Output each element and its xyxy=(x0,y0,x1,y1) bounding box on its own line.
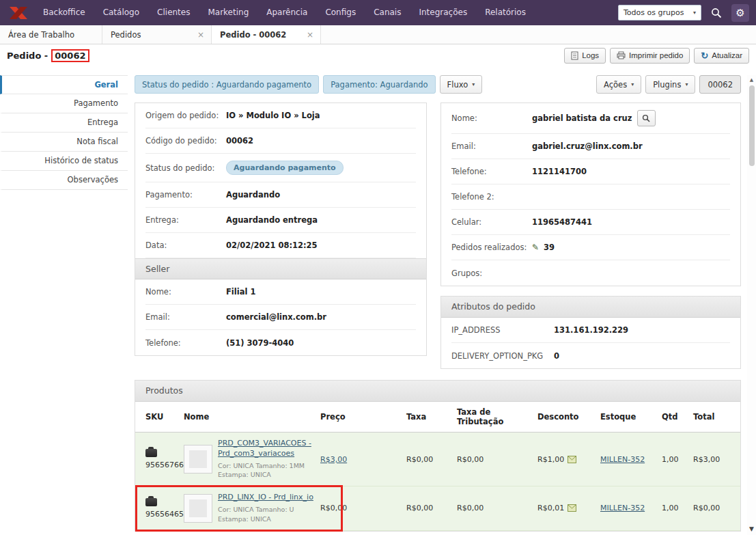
nav-item-canais[interactable]: Canais xyxy=(365,0,410,25)
col-header-taxa: Taxa xyxy=(406,412,457,422)
product-row: 95656766 PRD_COM3_VARIACOES - Prd_com3_v… xyxy=(135,433,740,486)
discount-tag-icon[interactable] xyxy=(568,456,576,463)
gear-icon[interactable]: ⚙ xyxy=(731,4,749,22)
tab-pedido-00062[interactable]: Pedido - 00062 × xyxy=(212,25,321,44)
product-name-link[interactable]: PRD_LINX_IO - Prd_linx_io xyxy=(218,493,315,503)
group-select[interactable]: Todos os grupos ▾ xyxy=(618,5,701,20)
customer-panel: Nome: gabriel batista da cruz Email: gab… xyxy=(440,102,741,286)
product-qty: 1,00 xyxy=(662,455,693,464)
field-ip-address: IP_ADDRESS 131.161.192.229 xyxy=(451,318,730,343)
nav-item-catalogo[interactable]: Catálogo xyxy=(94,0,148,25)
field-seller-email: Email: comercial@linx.com.br xyxy=(145,305,416,330)
nav-item-marketing[interactable]: Marketing xyxy=(199,0,257,25)
field-data: Data: 02/02/2021 08:12:25 xyxy=(145,233,416,258)
order-content: Status do pedido : Aguardando pagamento … xyxy=(128,66,756,535)
close-icon[interactable]: × xyxy=(197,30,204,40)
product-stock-link[interactable]: MILLEN-352 xyxy=(600,504,645,512)
order-status-button[interactable]: Status do pedido : Aguardando pagamento xyxy=(135,75,319,94)
scrollbar-thumb[interactable] xyxy=(749,85,755,166)
product-total: R$0,00 xyxy=(693,504,740,512)
field-pagamento: Pagamento: Aguardando xyxy=(145,182,416,208)
chevron-down-icon: ▾ xyxy=(631,82,634,87)
col-header-desconto: Desconto xyxy=(537,412,600,422)
fluxo-dropdown-button[interactable]: Fluxo ▾ xyxy=(440,75,483,94)
product-stock-link[interactable]: MILLEN-352 xyxy=(600,455,645,464)
field-cliente-nome: Nome: gabriel batista da cruz xyxy=(451,103,730,134)
sidebar-item-entrega[interactable]: Entrega xyxy=(0,113,128,133)
product-tax-trib: R$0,00 xyxy=(457,455,537,464)
search-icon[interactable] xyxy=(710,8,723,18)
tab-label: Área de Trabalho xyxy=(8,30,74,40)
product-tax-trib: R$0,00 xyxy=(457,504,537,512)
scroll-up-icon[interactable]: ▲ xyxy=(750,77,753,83)
nav-item-integracoes[interactable]: Integrações xyxy=(410,0,476,25)
order-info-panel: Origem do pedido: IO » Modulo IO » Loja … xyxy=(135,102,427,356)
payment-status-button[interactable]: Pagamento: Aguardando xyxy=(323,75,435,94)
product-thumbnail xyxy=(184,445,212,474)
page-title-prefix: Pedido - xyxy=(7,51,48,61)
product-price-link[interactable]: R$3,00 xyxy=(320,455,347,464)
printer-icon xyxy=(617,51,626,59)
nav-item-relatorios[interactable]: Relatórios xyxy=(476,0,535,25)
product-box-icon xyxy=(145,449,157,457)
scroll-down-icon[interactable]: ▼ xyxy=(749,525,754,532)
product-sku: 95656465 xyxy=(145,510,184,519)
pencil-icon[interactable]: ✎ xyxy=(532,243,539,251)
tab-bar: Área de Trabalho Pedidos × Pedido - 0006… xyxy=(0,25,756,44)
product-row: 95656465 PRD_LINX_IO - Prd_linx_io Cor: … xyxy=(135,486,740,530)
col-header-taxa-tributacao: Taxa de Tributação xyxy=(457,407,537,426)
product-total: R$3,00 xyxy=(693,455,740,464)
chevron-down-icon: ▾ xyxy=(472,82,475,87)
field-status-do-pedido: Status do pedido: Aguardando pagamento xyxy=(145,154,416,182)
field-seller-telefone: Telefone: (51) 3079-4040 xyxy=(145,330,416,355)
field-cliente-celular: Celular: 11965487441 xyxy=(451,210,730,235)
nav-item-clientes[interactable]: Clientes xyxy=(148,0,199,25)
tab-pedidos[interactable]: Pedidos × xyxy=(102,25,212,44)
vertical-scrollbar[interactable]: ▲ ▼ xyxy=(747,75,756,535)
group-select-value: Todos os grupos xyxy=(624,8,684,17)
chevron-down-icon: ▾ xyxy=(685,82,688,87)
sidebar-item-nota-fiscal[interactable]: Nota fiscal xyxy=(0,133,128,152)
product-variant: Cor: UNICA Tamanho: 1MM Estampa: UNICA xyxy=(218,461,315,480)
order-sidebar: Geral Pagamento Entrega Nota fiscal Hist… xyxy=(0,66,128,535)
field-codigo-do-pedido: Código do pedido: 00062 xyxy=(145,128,416,154)
customer-search-button[interactable] xyxy=(637,110,656,126)
order-number-button[interactable]: 00062 xyxy=(699,75,741,94)
plugins-dropdown-button[interactable]: Plugins ▾ xyxy=(645,75,695,94)
col-header-estoque: Estoque xyxy=(600,412,662,422)
sidebar-item-pagamento[interactable]: Pagamento xyxy=(0,94,128,113)
print-order-button[interactable]: Imprimir pedido xyxy=(610,48,690,64)
product-discount: R$0,01 xyxy=(537,504,564,512)
discount-tag-icon[interactable] xyxy=(568,504,576,512)
search-icon xyxy=(642,114,650,122)
product-thumbnail xyxy=(184,494,212,523)
field-grupos: Grupos: xyxy=(451,260,730,286)
top-navbar: Backoffice Catálogo Clientes Marketing A… xyxy=(0,0,756,25)
product-tax: R$0,00 xyxy=(406,504,457,512)
field-origem-do-pedido: Origem do pedido: IO » Modulo IO » Loja xyxy=(145,103,416,128)
sidebar-item-historico-de-status[interactable]: Histórico de status xyxy=(0,152,128,171)
document-icon xyxy=(571,51,578,60)
field-entrega: Entrega: Aguardando entrega xyxy=(145,208,416,233)
status-badge: Aguardando pagamento xyxy=(226,161,344,175)
tab-area-de-trabalho[interactable]: Área de Trabalho xyxy=(0,25,102,44)
nav-item-aparencia[interactable]: Aparência xyxy=(257,0,316,25)
page-title: Pedido - 00062 xyxy=(7,49,89,62)
refresh-button[interactable]: ↻ Atualizar xyxy=(694,48,749,64)
col-header-total: Total xyxy=(693,412,740,422)
nav-item-configs[interactable]: Configs xyxy=(316,0,365,25)
acoes-dropdown-button[interactable]: Ações ▾ xyxy=(596,75,641,94)
nav-item-backoffice[interactable]: Backoffice xyxy=(34,0,94,25)
col-header-qtd: Qtd xyxy=(662,412,693,422)
product-name-link[interactable]: PRD_COM3_VARIACOES - Prd_com3_variacoes xyxy=(218,439,315,459)
attributes-section-header: Atributos do pedido xyxy=(441,297,740,318)
field-pedidos-realizados: Pedidos realizados: ✎ 39 xyxy=(451,235,730,260)
linx-logo-icon[interactable] xyxy=(7,5,34,20)
close-icon[interactable]: × xyxy=(307,30,313,40)
attributes-panel: Atributos do pedido IP_ADDRESS 131.161.1… xyxy=(440,296,741,369)
logs-button[interactable]: Logs xyxy=(564,48,606,64)
sidebar-item-geral[interactable]: Geral xyxy=(0,75,128,94)
chevron-down-icon: ▾ xyxy=(693,10,696,16)
product-discount: R$1,00 xyxy=(537,455,564,464)
sidebar-item-observacoes[interactable]: Observações xyxy=(0,171,128,190)
